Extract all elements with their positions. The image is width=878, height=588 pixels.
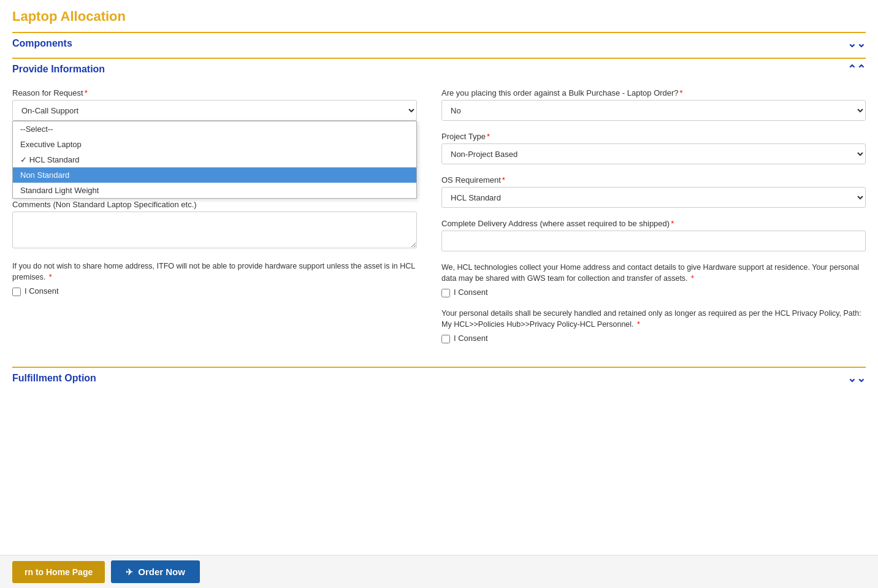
bulk-purchase-select[interactable]: No Yes	[441, 100, 866, 121]
project-type-field: Project Type* Non-Project Based Project …	[441, 132, 866, 164]
consent-right1-checkbox[interactable]	[441, 289, 450, 297]
provide-info-content: Reason for Request* On-Call Support --Se…	[12, 82, 866, 361]
reason-dropdown-open: --Select-- Executive Laptop HCL Standard…	[12, 121, 417, 199]
fulfillment-section-header[interactable]: Fulfillment Option ⌄⌄	[12, 367, 866, 389]
project-type-label: Project Type*	[441, 132, 866, 141]
reason-for-request-label: Reason for Request*	[12, 88, 417, 97]
order-now-label: Order Now	[138, 567, 185, 577]
required-star-r2: *	[635, 320, 640, 329]
consent-left-label: I Consent	[25, 286, 59, 296]
page-title: Laptop Allocation	[12, 6, 866, 25]
dropdown-option-standard-lightweight[interactable]: Standard Light Weight	[13, 183, 416, 198]
delivery-address-label: Complete Delivery Address (where asset r…	[441, 219, 866, 228]
provide-info-section-header[interactable]: Provide Information ⌃⌃	[12, 58, 866, 80]
consent-right2-row: I Consent	[441, 334, 866, 343]
comments-field: Comments (Non Standard Laptop Specificat…	[12, 200, 417, 250]
components-chevron-icon: ⌄⌄	[847, 37, 866, 50]
delivery-address-field: Complete Delivery Address (where asset r…	[441, 219, 866, 251]
fulfillment-section-title: Fulfillment Option	[12, 373, 96, 384]
required-star-6: *	[671, 219, 674, 228]
comments-label: Comments (Non Standard Laptop Specificat…	[12, 200, 417, 209]
consent-right1-block: We, HCL technologies collect your Home a…	[441, 262, 866, 297]
consent-left-text: If you do not wish to share home address…	[12, 261, 417, 283]
dropdown-option-hcl-standard[interactable]: HCL Standard	[13, 152, 416, 167]
provide-info-chevron-icon: ⌃⌃	[847, 63, 866, 76]
dropdown-option-executive[interactable]: Executive Laptop	[13, 137, 416, 152]
fulfillment-chevron-icon: ⌄⌄	[847, 372, 866, 385]
components-section-title: Components	[12, 38, 72, 49]
comments-textarea[interactable]	[12, 212, 417, 248]
bottom-bar: rn to Home Page ✈ Order Now	[0, 555, 878, 588]
send-icon: ✈	[126, 567, 133, 577]
consent-right1-row: I Consent	[441, 288, 866, 297]
required-star-3: *	[680, 88, 683, 97]
consent-right2-text: Your personal details shall be securely …	[441, 308, 866, 330]
reason-for-request-select[interactable]: On-Call Support	[12, 100, 417, 121]
bulk-purchase-field: Are you placing this order against a Bul…	[441, 88, 866, 121]
os-requirement-select[interactable]: HCL Standard Non Standard	[441, 187, 866, 208]
components-section-header[interactable]: Components ⌄⌄	[12, 32, 866, 54]
os-requirement-label: OS Requirement*	[441, 175, 866, 185]
consent-right2-block: Your personal details shall be securely …	[441, 308, 866, 343]
project-type-select[interactable]: Non-Project Based Project Based	[441, 143, 866, 164]
components-section: Components ⌄⌄	[12, 32, 866, 54]
consent-left-block: If you do not wish to share home address…	[12, 261, 417, 296]
required-star-r1: *	[689, 274, 694, 283]
delivery-address-input[interactable]	[441, 231, 866, 251]
consent-left-checkbox[interactable]	[12, 288, 21, 296]
consent-right1-label: I Consent	[454, 288, 488, 297]
left-column: Reason for Request* On-Call Support --Se…	[12, 88, 417, 354]
page-wrapper: Laptop Allocation Components ⌄⌄ Provide …	[0, 0, 878, 588]
right-column: Are you placing this order against a Bul…	[441, 88, 866, 354]
provide-info-section: Provide Information ⌃⌃ Reason for Reques…	[12, 58, 866, 361]
required-star-1: *	[85, 88, 88, 97]
reason-dropdown-container: On-Call Support --Select-- Executive Lap…	[12, 100, 417, 121]
required-star-left: *	[47, 273, 52, 281]
two-col-layout: Reason for Request* On-Call Support --Se…	[12, 88, 866, 354]
consent-right2-label: I Consent	[454, 334, 488, 343]
home-page-button[interactable]: rn to Home Page	[12, 561, 105, 583]
order-now-button[interactable]: ✈ Order Now	[111, 560, 200, 583]
dropdown-option-select[interactable]: --Select--	[13, 121, 416, 137]
consent-left-row: I Consent	[12, 286, 417, 296]
bulk-purchase-label: Are you placing this order against a Bul…	[441, 88, 866, 97]
consent-right1-text: We, HCL technologies collect your Home a…	[441, 262, 866, 284]
reason-for-request-field: Reason for Request* On-Call Support --Se…	[12, 88, 417, 145]
dropdown-option-non-standard[interactable]: Non Standard	[13, 167, 416, 183]
fulfillment-section: Fulfillment Option ⌄⌄	[12, 367, 866, 389]
os-requirement-field: OS Requirement* HCL Standard Non Standar…	[441, 175, 866, 208]
required-star-4: *	[487, 132, 490, 141]
consent-right2-checkbox[interactable]	[441, 335, 450, 343]
required-star-5: *	[502, 175, 505, 185]
provide-info-title: Provide Information	[12, 64, 105, 75]
